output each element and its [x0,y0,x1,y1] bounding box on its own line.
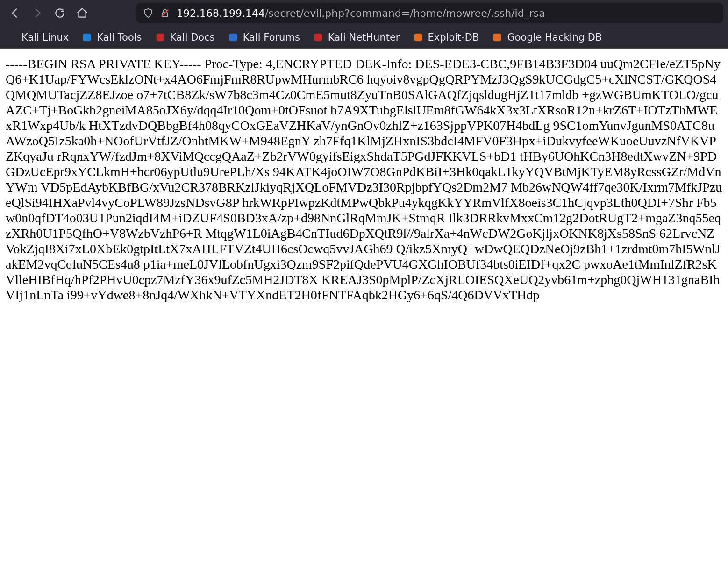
svg-rect-5 [229,33,237,41]
svg-rect-7 [414,33,422,41]
kali-dragon-icon [7,32,17,43]
bookmark-item[interactable]: Kali NetHunter [313,32,400,43]
bookmark-item[interactable]: Kali Docs [155,32,215,43]
bookmark-label: Kali Linux [21,32,69,43]
reload-icon [54,7,66,19]
bookmark-label: Kali Forums [243,32,300,43]
home-button[interactable] [72,3,93,23]
bookmark-label: Google Hacking DB [507,32,602,43]
forward-button[interactable] [27,3,48,23]
exploitdb-icon [413,32,423,43]
bookmarks-bar: Kali LinuxKali ToolsKali DocsKali Forums… [0,26,728,49]
bookmark-label: Kali Tools [97,32,142,43]
bookmark-label: Kali NetHunter [328,32,400,43]
svg-rect-8 [493,33,501,41]
url-host: 192.168.199.144 [177,7,265,19]
bookmark-label: Kali Docs [170,32,215,43]
ghdb-icon [492,32,502,43]
svg-rect-2 [8,33,16,41]
kali-forums-icon [228,32,238,43]
svg-rect-6 [314,33,322,41]
bookmark-item[interactable]: Exploit-DB [413,32,479,43]
shield-icon [143,8,153,18]
bookmark-label: Exploit-DB [428,32,479,43]
kali-tools-icon [82,32,92,43]
kali-docs-icon [155,32,165,43]
svg-rect-4 [156,33,164,41]
back-button[interactable] [5,3,25,23]
reload-button[interactable] [50,3,70,23]
browser-toolbar: 192.168.199.144/secret/evil.php?command=… [0,0,728,26]
arrow-right-icon [31,7,43,19]
nethunter-icon [313,32,323,43]
insecure-lock-icon [160,8,170,18]
url-text: 192.168.199.144/secret/evil.php?command=… [177,7,545,19]
home-icon [76,7,88,19]
arrow-left-icon [9,7,21,19]
bookmark-item[interactable]: Kali Tools [82,32,142,43]
svg-rect-3 [83,33,91,41]
address-bar[interactable]: 192.168.199.144/secret/evil.php?command=… [136,3,723,23]
bookmark-item[interactable]: Kali Linux [7,32,69,43]
url-path: /secret/evil.php?command=/home/mowree/.s… [265,7,545,19]
page-content: -----BEGIN RSA PRIVATE KEY----- Proc-Typ… [0,49,728,568]
bookmark-item[interactable]: Kali Forums [228,32,300,43]
bookmark-item[interactable]: Google Hacking DB [492,32,602,43]
